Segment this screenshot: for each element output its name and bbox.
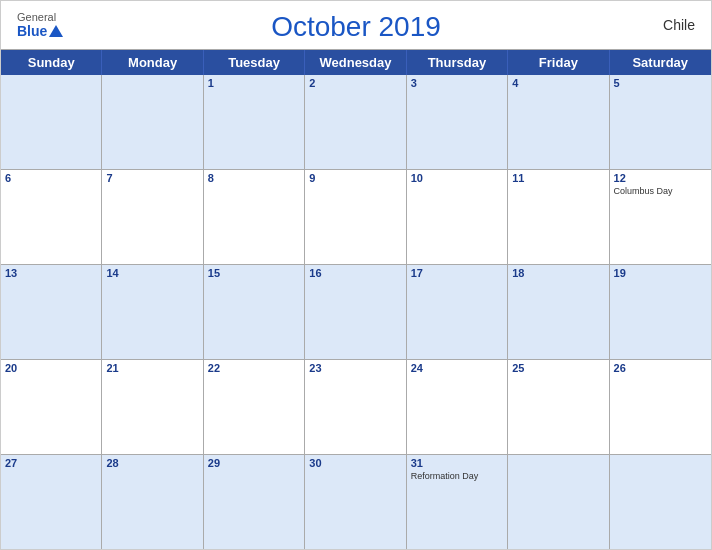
day-cell: 21 <box>102 360 203 454</box>
day-cell: 17 <box>407 265 508 359</box>
day-cell: 2 <box>305 75 406 169</box>
day-number: 31 <box>411 457 503 469</box>
day-cell: 27 <box>1 455 102 549</box>
week-row-1: 12345 <box>1 75 711 170</box>
weeks-container: 123456789101112Columbus Day1314151617181… <box>1 75 711 549</box>
day-header-sunday: Sunday <box>1 50 102 75</box>
day-header-thursday: Thursday <box>407 50 508 75</box>
day-number: 25 <box>512 362 604 374</box>
day-number: 5 <box>614 77 707 89</box>
day-cell: 1 <box>204 75 305 169</box>
day-number: 10 <box>411 172 503 184</box>
day-cell: 23 <box>305 360 406 454</box>
day-cell: 11 <box>508 170 609 264</box>
day-number: 2 <box>309 77 401 89</box>
day-number: 16 <box>309 267 401 279</box>
day-number: 13 <box>5 267 97 279</box>
day-number: 12 <box>614 172 707 184</box>
logo-general-text: General <box>17 11 56 23</box>
day-number: 1 <box>208 77 300 89</box>
week-row-5: 2728293031Reformation Day <box>1 455 711 549</box>
day-cell: 13 <box>1 265 102 359</box>
day-number: 18 <box>512 267 604 279</box>
day-cell: 25 <box>508 360 609 454</box>
day-cell: 16 <box>305 265 406 359</box>
day-number: 14 <box>106 267 198 279</box>
day-number: 28 <box>106 457 198 469</box>
day-cell: 19 <box>610 265 711 359</box>
day-cell <box>508 455 609 549</box>
day-number: 23 <box>309 362 401 374</box>
logo-blue-text: Blue <box>17 23 47 39</box>
day-cell: 9 <box>305 170 406 264</box>
day-cell: 15 <box>204 265 305 359</box>
calendar-header: General Blue October 2019 Chile <box>1 1 711 49</box>
logo-area: General Blue <box>17 11 63 39</box>
logo-blue: Blue <box>17 23 63 39</box>
calendar-container: General Blue October 2019 Chile SundayMo… <box>0 0 712 550</box>
day-header-wednesday: Wednesday <box>305 50 406 75</box>
day-cell: 31Reformation Day <box>407 455 508 549</box>
day-number: 3 <box>411 77 503 89</box>
country-label: Chile <box>663 17 695 33</box>
day-cell: 14 <box>102 265 203 359</box>
day-number: 11 <box>512 172 604 184</box>
day-number: 24 <box>411 362 503 374</box>
day-cell: 4 <box>508 75 609 169</box>
week-row-4: 20212223242526 <box>1 360 711 455</box>
day-number: 7 <box>106 172 198 184</box>
day-cell: 24 <box>407 360 508 454</box>
day-cell: 20 <box>1 360 102 454</box>
day-number: 26 <box>614 362 707 374</box>
day-cell: 8 <box>204 170 305 264</box>
day-number: 20 <box>5 362 97 374</box>
day-number: 19 <box>614 267 707 279</box>
day-cell <box>610 455 711 549</box>
day-cell: 7 <box>102 170 203 264</box>
day-cell: 5 <box>610 75 711 169</box>
day-cell: 22 <box>204 360 305 454</box>
day-header-tuesday: Tuesday <box>204 50 305 75</box>
day-cell: 18 <box>508 265 609 359</box>
logo-triangle-icon <box>49 25 63 37</box>
week-row-2: 6789101112Columbus Day <box>1 170 711 265</box>
day-cell <box>1 75 102 169</box>
day-number: 27 <box>5 457 97 469</box>
day-header-friday: Friday <box>508 50 609 75</box>
day-number: 4 <box>512 77 604 89</box>
day-cell: 10 <box>407 170 508 264</box>
calendar-title: October 2019 <box>271 11 441 43</box>
day-number: 29 <box>208 457 300 469</box>
day-cell: 3 <box>407 75 508 169</box>
day-header-saturday: Saturday <box>610 50 711 75</box>
holiday-name: Columbus Day <box>614 186 707 197</box>
day-number: 30 <box>309 457 401 469</box>
week-row-3: 13141516171819 <box>1 265 711 360</box>
day-number: 8 <box>208 172 300 184</box>
day-number: 17 <box>411 267 503 279</box>
day-headers-row: SundayMondayTuesdayWednesdayThursdayFrid… <box>1 50 711 75</box>
day-cell: 29 <box>204 455 305 549</box>
day-cell: 12Columbus Day <box>610 170 711 264</box>
day-number: 21 <box>106 362 198 374</box>
calendar-grid: SundayMondayTuesdayWednesdayThursdayFrid… <box>1 49 711 549</box>
holiday-name: Reformation Day <box>411 471 503 482</box>
day-cell: 28 <box>102 455 203 549</box>
day-number: 6 <box>5 172 97 184</box>
day-number: 9 <box>309 172 401 184</box>
day-cell: 6 <box>1 170 102 264</box>
day-number: 22 <box>208 362 300 374</box>
day-cell: 30 <box>305 455 406 549</box>
day-header-monday: Monday <box>102 50 203 75</box>
day-cell: 26 <box>610 360 711 454</box>
day-cell <box>102 75 203 169</box>
day-number: 15 <box>208 267 300 279</box>
